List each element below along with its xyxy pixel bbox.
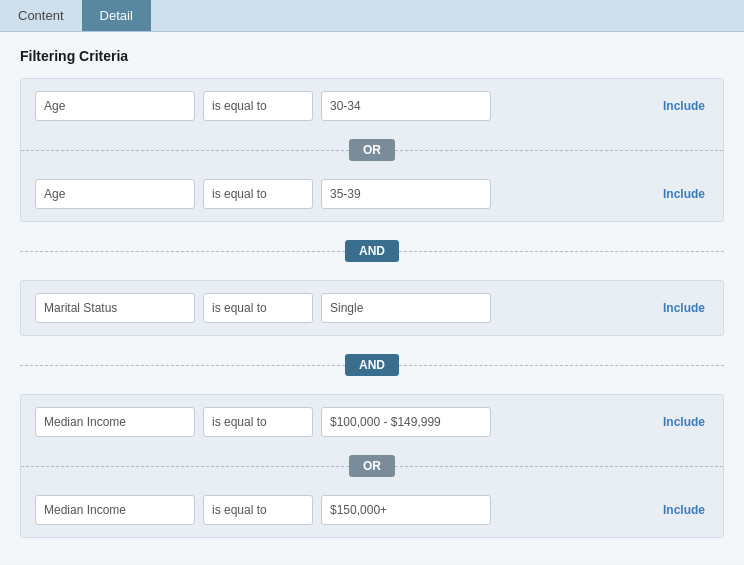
include-age-1: Include bbox=[663, 99, 709, 113]
or-connector-income: OR bbox=[21, 449, 723, 483]
or-connector-age: OR bbox=[21, 133, 723, 167]
gap-2 bbox=[20, 266, 724, 280]
or-button-age[interactable]: OR bbox=[349, 139, 395, 161]
filter-row-age-1: Include bbox=[21, 79, 723, 133]
tab-detail[interactable]: Detail bbox=[82, 0, 151, 31]
and-connector-2-wrapper: AND bbox=[20, 350, 724, 380]
connector-line-income-right bbox=[395, 466, 723, 467]
value-income-2[interactable] bbox=[321, 495, 491, 525]
connector-line-income-left bbox=[21, 466, 349, 467]
operator-income-1[interactable] bbox=[203, 407, 313, 437]
include-income-2: Include bbox=[663, 503, 709, 517]
or-button-income[interactable]: OR bbox=[349, 455, 395, 477]
field-age-1[interactable] bbox=[35, 91, 195, 121]
and-line-left-1 bbox=[20, 251, 345, 252]
main-content: Filtering Criteria Include OR Include bbox=[0, 32, 744, 562]
connector-line-left bbox=[21, 150, 349, 151]
tabs-bar: Content Detail bbox=[0, 0, 744, 32]
and-connector-1-wrapper: AND bbox=[20, 236, 724, 266]
gap-1 bbox=[20, 222, 724, 236]
value-age-2[interactable] bbox=[321, 179, 491, 209]
include-marital: Include bbox=[663, 301, 709, 315]
field-income-2[interactable] bbox=[35, 495, 195, 525]
value-marital[interactable] bbox=[321, 293, 491, 323]
operator-marital[interactable] bbox=[203, 293, 313, 323]
field-age-2[interactable] bbox=[35, 179, 195, 209]
gap-4 bbox=[20, 380, 724, 394]
value-age-1[interactable] bbox=[321, 91, 491, 121]
income-filter-group: Include OR Include bbox=[20, 394, 724, 538]
and-button-2[interactable]: AND bbox=[345, 354, 399, 376]
value-income-1[interactable] bbox=[321, 407, 491, 437]
marital-filter-group: Include bbox=[20, 280, 724, 336]
filter-row-marital: Include bbox=[21, 281, 723, 335]
connector-line-right bbox=[395, 150, 723, 151]
filter-row-income-2: Include bbox=[21, 483, 723, 537]
field-marital[interactable] bbox=[35, 293, 195, 323]
field-income-1[interactable] bbox=[35, 407, 195, 437]
operator-age-2[interactable] bbox=[203, 179, 313, 209]
gap-3 bbox=[20, 336, 724, 350]
and-line-right-1 bbox=[399, 251, 724, 252]
include-age-2: Include bbox=[663, 187, 709, 201]
filter-row-income-1: Include bbox=[21, 395, 723, 449]
and-button-1[interactable]: AND bbox=[345, 240, 399, 262]
operator-age-1[interactable] bbox=[203, 91, 313, 121]
section-title: Filtering Criteria bbox=[20, 48, 724, 64]
filter-row-age-2: Include bbox=[21, 167, 723, 221]
operator-income-2[interactable] bbox=[203, 495, 313, 525]
tab-content[interactable]: Content bbox=[0, 0, 82, 31]
include-income-1: Include bbox=[663, 415, 709, 429]
and-line-left-2 bbox=[20, 365, 345, 366]
and-line-right-2 bbox=[399, 365, 724, 366]
age-filter-group: Include OR Include bbox=[20, 78, 724, 222]
